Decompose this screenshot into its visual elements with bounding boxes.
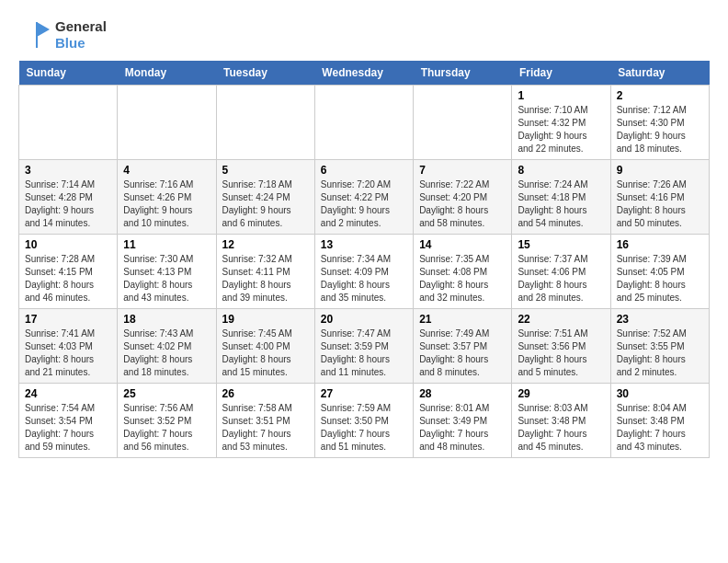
day-number: 17	[25, 313, 111, 326]
calendar-week-5: 24Sunrise: 7:54 AM Sunset: 3:54 PM Dayli…	[19, 384, 710, 458]
calendar-cell: 1Sunrise: 7:10 AM Sunset: 4:32 PM Daylig…	[512, 86, 610, 160]
calendar-cell: 13Sunrise: 7:34 AM Sunset: 4:09 PM Dayli…	[314, 235, 413, 309]
calendar-cell: 19Sunrise: 7:45 AM Sunset: 4:00 PM Dayli…	[216, 309, 314, 384]
day-info: Sunrise: 7:37 AM Sunset: 4:06 PM Dayligh…	[518, 253, 604, 304]
day-info: Sunrise: 7:35 AM Sunset: 4:08 PM Dayligh…	[419, 253, 506, 304]
day-number: 25	[123, 387, 210, 400]
day-info: Sunrise: 7:26 AM Sunset: 4:16 PM Dayligh…	[617, 178, 703, 230]
calendar-week-4: 17Sunrise: 7:41 AM Sunset: 4:03 PM Dayli…	[19, 309, 710, 384]
day-number: 12	[222, 238, 309, 251]
calendar-week-1: 1Sunrise: 7:10 AM Sunset: 4:32 PM Daylig…	[19, 86, 710, 160]
header-friday: Friday	[512, 61, 610, 86]
header-sunday: Sunday	[19, 61, 118, 86]
day-number: 14	[419, 238, 506, 251]
day-info: Sunrise: 7:16 AM Sunset: 4:26 PM Dayligh…	[123, 178, 210, 230]
calendar-cell: 30Sunrise: 8:04 AM Sunset: 3:48 PM Dayli…	[610, 384, 709, 458]
calendar-cell: 4Sunrise: 7:16 AM Sunset: 4:26 PM Daylig…	[118, 160, 216, 235]
logo-svg	[18, 18, 51, 52]
calendar-cell: 2Sunrise: 7:12 AM Sunset: 4:30 PM Daylig…	[610, 86, 709, 160]
calendar-cell: 5Sunrise: 7:18 AM Sunset: 4:24 PM Daylig…	[216, 160, 314, 235]
day-number: 4	[123, 164, 210, 177]
calendar-cell: 3Sunrise: 7:14 AM Sunset: 4:28 PM Daylig…	[19, 160, 118, 235]
header-tuesday: Tuesday	[216, 61, 314, 86]
day-info: Sunrise: 7:59 AM Sunset: 3:50 PM Dayligh…	[321, 402, 407, 454]
day-info: Sunrise: 7:14 AM Sunset: 4:28 PM Dayligh…	[25, 178, 111, 230]
day-info: Sunrise: 8:01 AM Sunset: 3:49 PM Dayligh…	[419, 402, 506, 454]
calendar-cell: 16Sunrise: 7:39 AM Sunset: 4:05 PM Dayli…	[610, 235, 709, 309]
day-number: 3	[25, 164, 111, 177]
day-info: Sunrise: 7:34 AM Sunset: 4:09 PM Dayligh…	[321, 253, 407, 304]
day-number: 24	[25, 387, 111, 400]
calendar-cell: 7Sunrise: 7:22 AM Sunset: 4:20 PM Daylig…	[414, 160, 512, 235]
day-info: Sunrise: 8:04 AM Sunset: 3:48 PM Dayligh…	[617, 402, 703, 454]
header-wednesday: Wednesday	[314, 61, 413, 86]
calendar-cell: 27Sunrise: 7:59 AM Sunset: 3:50 PM Dayli…	[314, 384, 413, 458]
day-number: 10	[25, 238, 111, 251]
calendar-cell: 6Sunrise: 7:20 AM Sunset: 4:22 PM Daylig…	[314, 160, 413, 235]
day-number: 16	[617, 238, 703, 251]
calendar-cell: 24Sunrise: 7:54 AM Sunset: 3:54 PM Dayli…	[19, 384, 118, 458]
calendar-cell	[118, 86, 216, 160]
day-number: 11	[123, 238, 210, 251]
day-info: Sunrise: 7:52 AM Sunset: 3:55 PM Dayligh…	[617, 327, 703, 379]
day-info: Sunrise: 7:49 AM Sunset: 3:57 PM Dayligh…	[419, 327, 506, 379]
day-number: 13	[321, 238, 407, 251]
day-info: Sunrise: 7:51 AM Sunset: 3:56 PM Dayligh…	[518, 327, 604, 379]
day-info: Sunrise: 7:18 AM Sunset: 4:24 PM Dayligh…	[222, 178, 309, 230]
day-number: 19	[222, 313, 309, 326]
day-info: Sunrise: 7:43 AM Sunset: 4:02 PM Dayligh…	[123, 327, 210, 379]
logo-text: GeneralBlue	[55, 18, 107, 52]
day-number: 8	[518, 164, 604, 177]
day-number: 18	[123, 313, 210, 326]
day-info: Sunrise: 7:10 AM Sunset: 4:32 PM Dayligh…	[518, 104, 604, 155]
day-number: 28	[419, 387, 506, 400]
calendar-cell: 20Sunrise: 7:47 AM Sunset: 3:59 PM Dayli…	[314, 309, 413, 384]
svg-marker-0	[37, 22, 50, 37]
day-number: 29	[518, 387, 604, 400]
day-number: 21	[419, 313, 506, 326]
calendar-cell: 22Sunrise: 7:51 AM Sunset: 3:56 PM Dayli…	[512, 309, 610, 384]
day-info: Sunrise: 7:45 AM Sunset: 4:00 PM Dayligh…	[222, 327, 309, 379]
header-monday: Monday	[118, 61, 216, 86]
calendar-cell: 8Sunrise: 7:24 AM Sunset: 4:18 PM Daylig…	[512, 160, 610, 235]
calendar-cell: 9Sunrise: 7:26 AM Sunset: 4:16 PM Daylig…	[610, 160, 709, 235]
calendar-cell: 21Sunrise: 7:49 AM Sunset: 3:57 PM Dayli…	[414, 309, 512, 384]
day-info: Sunrise: 7:20 AM Sunset: 4:22 PM Dayligh…	[321, 178, 407, 230]
day-number: 2	[617, 89, 703, 102]
calendar-cell: 29Sunrise: 8:03 AM Sunset: 3:48 PM Dayli…	[512, 384, 610, 458]
day-number: 20	[321, 313, 407, 326]
calendar-cell: 25Sunrise: 7:56 AM Sunset: 3:52 PM Dayli…	[118, 384, 216, 458]
calendar-cell: 12Sunrise: 7:32 AM Sunset: 4:11 PM Dayli…	[216, 235, 314, 309]
day-number: 9	[617, 164, 703, 177]
header-thursday: Thursday	[414, 61, 512, 86]
day-number: 1	[518, 89, 604, 102]
day-info: Sunrise: 7:32 AM Sunset: 4:11 PM Dayligh…	[222, 253, 309, 304]
calendar-week-3: 10Sunrise: 7:28 AM Sunset: 4:15 PM Dayli…	[19, 235, 710, 309]
calendar-cell	[414, 86, 512, 160]
day-info: Sunrise: 7:24 AM Sunset: 4:18 PM Dayligh…	[518, 178, 604, 230]
day-info: Sunrise: 7:41 AM Sunset: 4:03 PM Dayligh…	[25, 327, 111, 379]
day-number: 7	[419, 164, 506, 177]
calendar-cell: 14Sunrise: 7:35 AM Sunset: 4:08 PM Dayli…	[414, 235, 512, 309]
day-number: 30	[617, 387, 703, 400]
day-info: Sunrise: 7:56 AM Sunset: 3:52 PM Dayligh…	[123, 402, 210, 454]
calendar-cell: 10Sunrise: 7:28 AM Sunset: 4:15 PM Dayli…	[19, 235, 118, 309]
day-info: Sunrise: 7:58 AM Sunset: 3:51 PM Dayligh…	[222, 402, 309, 454]
calendar-cell: 11Sunrise: 7:30 AM Sunset: 4:13 PM Dayli…	[118, 235, 216, 309]
day-info: Sunrise: 8:03 AM Sunset: 3:48 PM Dayligh…	[518, 402, 604, 454]
day-number: 27	[321, 387, 407, 400]
calendar-cell	[216, 86, 314, 160]
day-number: 26	[222, 387, 309, 400]
calendar-cell: 26Sunrise: 7:58 AM Sunset: 3:51 PM Dayli…	[216, 384, 314, 458]
day-info: Sunrise: 7:12 AM Sunset: 4:30 PM Dayligh…	[617, 104, 703, 155]
calendar-cell	[314, 86, 413, 160]
calendar-header-row: SundayMondayTuesdayWednesdayThursdayFrid…	[19, 61, 710, 86]
calendar-cell: 17Sunrise: 7:41 AM Sunset: 4:03 PM Dayli…	[19, 309, 118, 384]
day-number: 22	[518, 313, 604, 326]
calendar-cell: 18Sunrise: 7:43 AM Sunset: 4:02 PM Dayli…	[118, 309, 216, 384]
day-number: 6	[321, 164, 407, 177]
day-info: Sunrise: 7:30 AM Sunset: 4:13 PM Dayligh…	[123, 253, 210, 304]
calendar-week-2: 3Sunrise: 7:14 AM Sunset: 4:28 PM Daylig…	[19, 160, 710, 235]
day-number: 15	[518, 238, 604, 251]
day-info: Sunrise: 7:39 AM Sunset: 4:05 PM Dayligh…	[617, 253, 703, 304]
